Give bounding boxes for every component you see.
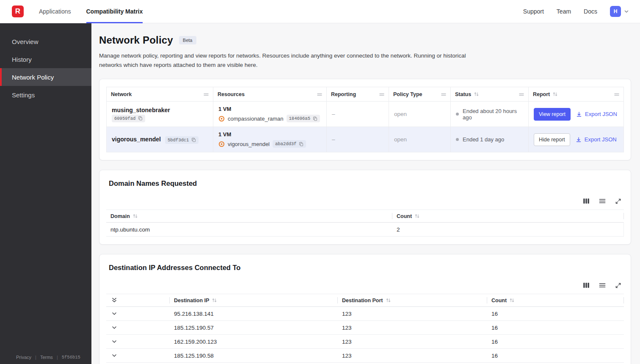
column-header-status[interactable]: Status: [451, 87, 529, 102]
status-text: Ended about 20 hours ago: [463, 108, 523, 121]
status-cell: Ended about 20 hours ago: [451, 102, 529, 127]
network-cell: vigorous_mendel5bdf3dc1: [107, 127, 213, 152]
copy-icon[interactable]: [313, 116, 317, 121]
columns-icon[interactable]: [583, 282, 590, 289]
reporting-cell: –: [327, 102, 389, 127]
columns-icon[interactable]: [583, 198, 590, 204]
domains-table: Domain Count ntp.ubuntu.com 2: [106, 210, 624, 237]
vm-icon: [218, 116, 225, 122]
column-header-count[interactable]: Count: [392, 210, 624, 223]
domain-cell: ntp.ubuntu.com: [106, 223, 392, 237]
sidebar-item-settings[interactable]: Settings: [0, 86, 91, 104]
export-json-button[interactable]: Export JSON: [576, 136, 617, 143]
column-header-resources[interactable]: Resources: [213, 87, 327, 102]
copy-icon[interactable]: [299, 142, 303, 146]
column-menu-icon[interactable]: [317, 92, 322, 97]
row-density-icon[interactable]: [599, 198, 606, 204]
chevron-down-icon[interactable]: [110, 310, 118, 317]
expander-header: [106, 294, 170, 307]
column-menu-icon[interactable]: [614, 92, 619, 97]
beta-badge: Beta: [179, 36, 196, 44]
network-name: musing_stonebraker: [112, 107, 170, 113]
column-header-network[interactable]: Network: [107, 87, 213, 102]
sidebar-item-label: Overview: [12, 38, 39, 45]
sidebar-item-label: History: [12, 56, 32, 63]
column-header-count[interactable]: Count: [487, 294, 624, 307]
chevron-down-icon[interactable]: [110, 338, 118, 345]
network-name: vigorous_mendel: [112, 136, 161, 143]
count-cell: 16: [487, 307, 624, 321]
export-json-button[interactable]: Export JSON: [576, 111, 617, 117]
network-row[interactable]: musing_stonebraker60959fad 1 VM compassi…: [107, 102, 624, 127]
column-header-report[interactable]: Report: [529, 87, 624, 102]
column-header-reporting[interactable]: Reporting: [327, 87, 389, 102]
app-logo[interactable]: R: [12, 6, 24, 17]
privacy-link[interactable]: Privacy: [16, 355, 31, 360]
resource-name: vigorous_mendel: [228, 141, 270, 147]
ip-cell: 185.125.190.58: [170, 349, 338, 363]
link-docs[interactable]: Docs: [584, 8, 597, 15]
link-support[interactable]: Support: [523, 8, 544, 15]
sidebar-item-history[interactable]: History: [0, 50, 91, 68]
fullscreen-icon[interactable]: [615, 282, 621, 289]
column-header-destination-port[interactable]: Destination Port: [338, 294, 487, 307]
sidebar-item-label: Network Policy: [12, 74, 54, 81]
network-row[interactable]: vigorous_mendel5bdf3dc1 1 VM vigorous_me…: [107, 127, 624, 152]
network-id-pill: 60959fad: [112, 115, 145, 122]
column-header-destination-ip[interactable]: Destination IP: [170, 294, 338, 307]
row-density-icon[interactable]: [599, 282, 606, 289]
report-cell: View report Export JSON: [529, 102, 624, 127]
fullscreen-icon[interactable]: [615, 198, 621, 204]
download-icon: [576, 137, 582, 143]
status-cell: Ended 1 day ago: [451, 127, 529, 152]
sort-icon: [474, 91, 479, 97]
sidebar-item-label: Settings: [12, 91, 35, 99]
build-version: 5f56b15: [62, 355, 80, 360]
sort-icon: [132, 213, 138, 219]
copy-icon[interactable]: [138, 116, 143, 121]
ips-card-title: Destination IP Addresses Connected To: [106, 262, 624, 272]
policy-type-cell: open: [389, 102, 451, 127]
vm-count: 1 VM: [218, 106, 321, 112]
port-cell: 123: [338, 335, 487, 349]
hide-report-button[interactable]: Hide report: [534, 133, 570, 146]
terms-link[interactable]: Terms: [40, 355, 53, 360]
status-dot: [456, 138, 459, 141]
ip-row: 95.216.138.141 123 16: [106, 307, 624, 321]
sidebar-item-network-policy[interactable]: Network Policy: [0, 68, 91, 86]
destination-ips-table: Destination IP Destination Port Count: [106, 294, 624, 364]
sidebar: Overview History Network Policy Settings…: [0, 23, 91, 364]
domains-card: Domain Names Requested Domain Count: [99, 170, 631, 245]
link-team[interactable]: Team: [557, 8, 571, 15]
top-nav: Applications Compatibility Matrix: [39, 0, 143, 23]
sidebar-item-overview[interactable]: Overview: [0, 33, 91, 50]
expander-cell: [106, 307, 170, 321]
resources-cell: 1 VM vigorous_mendelaba2dd3f: [213, 127, 327, 152]
nav-compatibility-matrix[interactable]: Compatibility Matrix: [86, 0, 143, 23]
chevron-down-icon[interactable]: [110, 352, 118, 359]
policy-type-cell: open: [389, 127, 451, 152]
network-cell: musing_stonebraker60959fad: [107, 102, 213, 127]
column-menu-icon[interactable]: [441, 92, 446, 97]
copy-icon[interactable]: [191, 138, 196, 142]
table-toolbar: [106, 282, 621, 289]
count-cell: 16: [487, 335, 624, 349]
resource-id-pill: aba2dd3f: [273, 140, 306, 148]
nav-applications[interactable]: Applications: [39, 0, 71, 23]
sort-icon: [414, 213, 420, 219]
user-menu[interactable]: H: [610, 6, 629, 17]
column-header-domain[interactable]: Domain: [106, 210, 392, 223]
networks-card: Network Resources Reporting Policy: [99, 79, 631, 160]
report-cell: Hide report Export JSON: [529, 127, 624, 152]
expand-all-icon[interactable]: [110, 296, 118, 304]
domain-row: ntp.ubuntu.com 2: [106, 223, 624, 237]
column-header-policy-type[interactable]: Policy Type: [389, 87, 451, 102]
column-menu-icon[interactable]: [519, 92, 524, 97]
column-menu-icon[interactable]: [204, 92, 209, 97]
view-report-button[interactable]: View report: [534, 108, 571, 121]
divider: |: [57, 355, 58, 360]
resource-id-pill: 184696a5: [287, 115, 320, 122]
chevron-down-icon[interactable]: [110, 324, 118, 331]
sort-icon: [386, 298, 391, 303]
column-menu-icon[interactable]: [379, 92, 384, 97]
